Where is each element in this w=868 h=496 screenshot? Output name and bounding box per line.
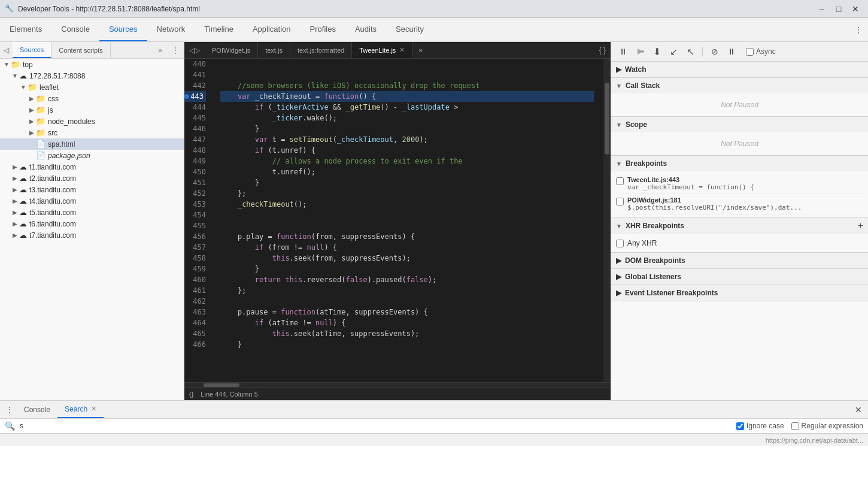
watch-header[interactable]: ▶ Watch (611, 62, 868, 77)
tree-item-package-json[interactable]: ▶ 📄 package.json (0, 150, 184, 161)
deactivate-btn[interactable]: ⊘ (708, 44, 722, 59)
close-search-tab-btn[interactable]: ✕ (91, 405, 96, 413)
tab-timeline[interactable]: Timeline (195, 18, 243, 41)
minimize-button[interactable]: – (814, 3, 830, 15)
status-position: Line 444, Column 5 (201, 391, 257, 398)
bottom-tab-console[interactable]: Console (17, 401, 57, 418)
code-editor[interactable]: 440 441 442 443 444 445 446 447 448 449 … (184, 59, 603, 382)
dom-breakpoints-header[interactable]: ▶ DOM Breakpoints (611, 253, 868, 268)
code-tab-more[interactable]: » (415, 46, 426, 55)
callstack-header[interactable]: ▼ Call Stack (611, 78, 868, 93)
tree-arrow-t4: ▶ (11, 198, 19, 204)
tab-security[interactable]: Security (386, 18, 433, 41)
scope-header[interactable]: ▼ Scope (611, 117, 868, 132)
pretty-print-icon[interactable]: {} (189, 391, 193, 398)
tree-item-src[interactable]: ▶ 📁 src (0, 127, 184, 138)
pause-exception-btn[interactable]: ⏸ (724, 44, 739, 59)
global-listeners-header[interactable]: ▶ Global Listeners (611, 269, 868, 285)
close-all-btn[interactable]: ✕ (851, 403, 866, 417)
regex-option[interactable]: Regular expression (791, 422, 863, 430)
tree-item-leaflet[interactable]: ▼ 📁 leaflet (0, 81, 184, 93)
tab-audits[interactable]: Audits (345, 18, 386, 41)
tab-network[interactable]: Network (147, 18, 195, 41)
code-vertical-scrollbar[interactable] (603, 59, 611, 382)
code-line-445: _ticker.wake(); (220, 113, 594, 123)
breakpoints-content: TweenLite.js:443 var _checkTimeout = fun… (611, 171, 868, 217)
code-status-bar: {} Line 444, Column 5 (184, 387, 611, 400)
step-into-btn[interactable]: ↙ (666, 44, 681, 59)
step-over-btn[interactable]: ⬇ (650, 44, 664, 59)
tab-content-scripts[interactable]: Content scripts (51, 42, 110, 58)
search-bar: 🔍 Ignore case Regular expression (0, 419, 868, 434)
regex-checkbox[interactable] (791, 422, 799, 430)
close-button[interactable]: ✕ (848, 3, 863, 15)
maximize-button[interactable]: □ (831, 3, 846, 15)
code-tab-text[interactable]: text.js (258, 42, 290, 58)
code-tab-textformatted[interactable]: text.js:formatted (290, 42, 352, 58)
code-horizontal-scrollbar[interactable] (184, 382, 611, 387)
bp2-checkbox[interactable] (616, 198, 624, 205)
code-vscroll-thumb[interactable] (605, 83, 609, 155)
tree-item-server[interactable]: ▼ ☁ 172.28.51.7:8088 (0, 70, 184, 81)
bp1-checkbox[interactable] (616, 177, 624, 185)
pretty-print-btn[interactable]: { } (594, 46, 611, 55)
xhr-breakpoints-header[interactable]: ▼ XHR Breakpoints + (611, 217, 868, 234)
tree-item-t7[interactable]: ▶ ☁ t7.tianditu.com (0, 229, 184, 241)
tree-item-node-modules[interactable]: ▶ 📁 node_modules (0, 116, 184, 127)
code-line-444: if (_tickerActive && _getTime() - _lastU… (220, 102, 594, 113)
tab-elements[interactable]: Elements (0, 18, 51, 41)
bottom-panel-dots[interactable]: ⋮ (2, 403, 17, 417)
close-tab-tweenlite-btn[interactable]: ✕ (399, 46, 405, 54)
cloud-icon-t6: ☁ (19, 219, 27, 228)
devtools-icon: 🔧 (5, 4, 14, 14)
event-listener-bp-label: Event Listener Breakpoints (625, 289, 718, 297)
breakpoints-section: ▼ Breakpoints TweenLite.js:443 var _chec… (611, 156, 868, 217)
code-tab-tweenlite[interactable]: TweenLite.js ✕ (352, 42, 412, 58)
code-tabs: ◁▷ POIWidget.js text.js text.js:formatte… (184, 42, 611, 59)
any-xhr-checkbox[interactable] (616, 240, 624, 247)
tab-application[interactable]: Application (243, 18, 301, 41)
tree-item-t2[interactable]: ▶ ☁ t2.tianditu.com (0, 173, 184, 184)
tree-label-src: src (48, 129, 57, 137)
tree-item-css[interactable]: ▶ 📁 css (0, 93, 184, 104)
line-num-463: 463 (184, 307, 206, 317)
ignore-case-checkbox[interactable] (736, 422, 744, 430)
code-text[interactable]: //some browsers (like iOS) occasionally … (211, 59, 603, 382)
search-input[interactable] (20, 422, 732, 430)
tab-console[interactable]: Console (51, 18, 99, 41)
tree-item-js[interactable]: ▶ 📁 js (0, 104, 184, 116)
tree-label-t6: t6.tianditu.com (29, 220, 76, 228)
tab-sources[interactable]: Sources (99, 18, 147, 41)
step-out-btn[interactable]: ↖ (683, 44, 697, 59)
line-num-462: 462 (184, 296, 206, 307)
panel-tab-more[interactable]: » (153, 46, 167, 55)
panel-back-btn[interactable]: ◁ (0, 46, 13, 55)
tree-item-t6[interactable]: ▶ ☁ t6.tianditu.com (0, 218, 184, 229)
async-checkbox[interactable] (746, 48, 754, 56)
code-tab-poiwidget[interactable]: POIWidget.js (205, 42, 258, 58)
tab-sources-panel[interactable]: Sources (13, 42, 51, 58)
bottom-tab-search[interactable]: Search ✕ (57, 401, 104, 418)
tree-item-t4[interactable]: ▶ ☁ t4.tianditu.com (0, 195, 184, 207)
tree-label-css: css (48, 95, 59, 103)
code-hscroll-thumb[interactable] (204, 383, 239, 387)
line-num-461: 461 (184, 285, 206, 296)
tab-profiles[interactable]: Profiles (301, 18, 345, 41)
collapse-sidebar-btn[interactable]: ◁▷ (184, 46, 205, 55)
breakpoints-header[interactable]: ▼ Breakpoints (611, 156, 868, 171)
panel-tab-dots[interactable]: ⋮ (167, 46, 184, 55)
tree-item-t5[interactable]: ▶ ☁ t5.tianditu.com (0, 207, 184, 218)
event-listener-bp-header[interactable]: ▶ Event Listener Breakpoints (611, 285, 868, 301)
tree-item-t1[interactable]: ▶ ☁ t1.tianditu.com (0, 161, 184, 173)
line-num-444: 444 (184, 102, 206, 113)
ignore-case-option[interactable]: Ignore case (736, 422, 784, 430)
xhr-add-btn[interactable]: + (858, 221, 863, 231)
tree-item-t3[interactable]: ▶ ☁ t3.tianditu.com (0, 184, 184, 195)
async-label[interactable]: Async (746, 47, 776, 56)
resume-btn[interactable] (633, 44, 647, 59)
code-line-451: } (220, 177, 594, 188)
pause-btn[interactable]: ⏸ (616, 44, 630, 59)
tree-item-top[interactable]: ▼ 📁 top (0, 59, 184, 70)
nav-overflow[interactable]: ⋮ (849, 18, 868, 41)
tree-item-spa-html[interactable]: ▶ 📄 spa.html (0, 138, 184, 150)
